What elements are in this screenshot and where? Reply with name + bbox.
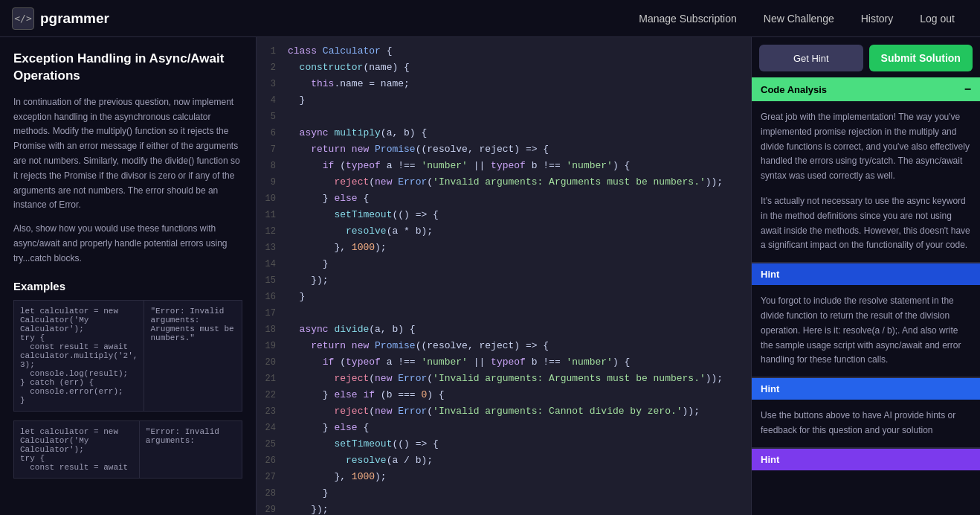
code-line: 13 }, 1000);: [257, 240, 751, 256]
line-number: 23: [257, 403, 288, 420]
code-line: 8 if (typeof a !== 'number' || typeof b …: [257, 158, 751, 174]
hint-text-2: Use the buttons above to have AI provide…: [761, 409, 971, 438]
code-line: 18 async divide(a, b) {: [257, 322, 751, 338]
line-content: reject(new Error('Invalid arguments: Arg…: [288, 174, 723, 191]
nav-history[interactable]: History: [848, 0, 907, 37]
hint-1-label: Hint: [761, 269, 779, 280]
line-content: resolve(a / b);: [288, 452, 433, 469]
line-number: 16: [257, 289, 288, 305]
example-input-1: let calculator = new Calculator('My Calc…: [14, 300, 144, 411]
code-line: 23 reject(new Error('Invalid arguments: …: [257, 403, 751, 420]
analysis-text-1: Great job with the implementation! The w…: [761, 110, 971, 184]
code-line: 16 }: [257, 289, 751, 305]
line-content: }: [288, 256, 329, 272]
left-panel: Exception Handling in Async/Await Operat…: [0, 37, 257, 515]
line-content: setTimeout(() => {: [288, 207, 439, 223]
line-number: 10: [257, 191, 288, 207]
hint-2-label: Hint: [761, 383, 779, 394]
example-row-2: let calculator = new Calculator('My Calc…: [14, 420, 242, 478]
code-line: 22 } else if (b === 0) {: [257, 387, 751, 403]
code-line: 14 }: [257, 256, 751, 272]
line-number: 2: [257, 60, 288, 76]
nav-logout[interactable]: Log out: [906, 0, 968, 37]
line-content: } else if (b === 0) {: [288, 387, 445, 403]
line-number: 4: [257, 92, 288, 109]
line-number: 5: [257, 109, 288, 125]
challenge-desc-2: Also, show how you would use these funct…: [13, 222, 242, 266]
line-content: });: [288, 502, 329, 515]
header: </> pgrammer Manage Subscription New Cha…: [0, 0, 980, 37]
hint-3-label: Hint: [761, 454, 779, 465]
hint-text-1: You forgot to include the resolve statem…: [761, 294, 971, 368]
logo[interactable]: </> pgrammer: [12, 7, 109, 30]
action-buttons: Get Hint Submit Solution: [752, 37, 980, 77]
line-number: 17: [257, 305, 288, 322]
examples-title: Examples: [13, 280, 242, 292]
hint-header-3: Hint: [752, 449, 980, 470]
code-line: 29 });: [257, 502, 751, 515]
line-number: 3: [257, 76, 288, 92]
example-row-1: let calculator = new Calculator('My Calc…: [14, 300, 242, 411]
line-content: async divide(a, b) {: [288, 322, 416, 338]
line-content: setTimeout(() => {: [288, 436, 439, 452]
code-line: 24 } else {: [257, 420, 751, 436]
line-content: } else {: [288, 420, 369, 436]
code-line: 21 reject(new Error('Invalid arguments: …: [257, 371, 751, 387]
code-line: 2 constructor(name) {: [257, 60, 751, 76]
line-content: } else {: [288, 191, 369, 207]
code-analysis-section: Code Analysis − Great job with the imple…: [752, 77, 980, 263]
line-number: 9: [257, 174, 288, 191]
hint-body-2: Use the buttons above to have AI provide…: [752, 400, 980, 448]
line-number: 8: [257, 158, 288, 174]
logo-icon: </>: [12, 7, 34, 30]
right-panel: Get Hint Submit Solution Code Analysis −…: [751, 37, 980, 515]
nav-manage-subscription[interactable]: Manage Subscription: [625, 0, 750, 37]
code-line: 27 }, 1000);: [257, 469, 751, 485]
line-number: 21: [257, 371, 288, 387]
line-number: 20: [257, 354, 288, 371]
collapse-icon[interactable]: −: [964, 83, 971, 96]
line-content: }, 1000);: [288, 469, 387, 485]
hint-header-2: Hint: [752, 378, 980, 400]
get-hint-button[interactable]: Get Hint: [759, 45, 863, 71]
line-number: 22: [257, 387, 288, 403]
line-content: return new Promise((resolve, reject) => …: [288, 141, 549, 158]
line-number: 18: [257, 322, 288, 338]
code-line: 19 return new Promise((resolve, reject) …: [257, 338, 751, 354]
line-content: });: [288, 272, 329, 289]
example-output-2: "Error: Invalid arguments:: [139, 420, 242, 478]
line-content: }: [288, 485, 329, 502]
line-content: }: [288, 92, 305, 109]
code-line: 7 return new Promise((resolve, reject) =…: [257, 141, 751, 158]
code-editor[interactable]: 1class Calculator { 2 constructor(name) …: [257, 37, 751, 515]
hint-section-1: Hint You forgot to include the resolve s…: [752, 263, 980, 377]
examples-table-2: let calculator = new Calculator('My Calc…: [13, 420, 242, 479]
line-content: reject(new Error('Invalid arguments: Can…: [288, 403, 700, 420]
line-content: resolve(a * b);: [288, 223, 433, 240]
submit-solution-button[interactable]: Submit Solution: [869, 45, 973, 71]
line-content: async multiply(a, b) {: [288, 125, 427, 141]
line-content: if (typeof a !== 'number' || typeof b !=…: [288, 354, 630, 371]
line-content: this.name = name;: [288, 76, 410, 92]
line-number: 19: [257, 338, 288, 354]
code-line: 28 }: [257, 485, 751, 502]
code-line: 15 });: [257, 272, 751, 289]
line-content: return new Promise((resolve, reject) => …: [288, 338, 549, 354]
nav-new-challenge[interactable]: New Challenge: [750, 0, 848, 37]
line-content: if (typeof a !== 'number' || typeof b !=…: [288, 158, 630, 174]
line-number: 29: [257, 502, 288, 515]
code-line: 25 setTimeout(() => {: [257, 436, 751, 452]
challenge-desc-1: In continuation of the previous question…: [13, 95, 242, 213]
line-number: 14: [257, 256, 288, 272]
hint-body-1: You forgot to include the resolve statem…: [752, 285, 980, 377]
hint-header-1: Hint: [752, 263, 980, 285]
line-content: constructor(name) {: [288, 60, 410, 76]
analysis-header: Code Analysis −: [752, 77, 980, 101]
logo-text: pgrammer: [40, 10, 109, 27]
analysis-text-2: It's actually not necessary to use the a…: [761, 194, 971, 253]
line-number: 1: [257, 43, 288, 60]
line-number: 25: [257, 436, 288, 452]
line-number: 6: [257, 125, 288, 141]
line-content: reject(new Error('Invalid arguments: Arg…: [288, 371, 723, 387]
examples-section: Examples let calculator = new Calculator…: [13, 280, 242, 479]
